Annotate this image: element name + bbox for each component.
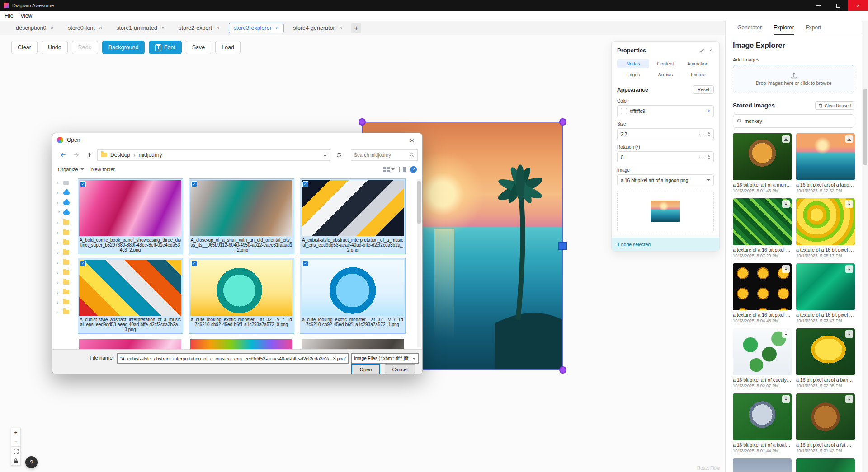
- menu-view[interactable]: View: [20, 13, 32, 19]
- tab-description0[interactable]: description0×: [11, 23, 59, 33]
- collapse-icon[interactable]: [708, 48, 714, 53]
- checkbox-checked-icon[interactable]: ✓: [80, 181, 86, 187]
- resize-handle-right[interactable]: [558, 242, 567, 250]
- rotation-stepper[interactable]: [708, 155, 710, 159]
- download-icon[interactable]: [845, 330, 853, 338]
- tab-nodes[interactable]: Nodes: [617, 59, 649, 68]
- scrollbar-thumb[interactable]: [863, 89, 867, 165]
- tab-animation[interactable]: Animation: [682, 59, 714, 68]
- up-button[interactable]: [84, 150, 94, 160]
- stored-image-card[interactable]: a texture of a 16 bit pixel art.png 10/1…: [733, 263, 792, 323]
- file-item[interactable]: ✓ A_close-up_of_a_snail_with_an_old_orie…: [189, 179, 294, 254]
- dialog-help-icon[interactable]: ?: [410, 166, 417, 173]
- size-stepper[interactable]: [708, 132, 710, 136]
- stored-image-card[interactable]: a 16 bit pixel art of a koala.png 10/13/…: [733, 393, 792, 453]
- download-icon[interactable]: [845, 395, 853, 403]
- address-bar[interactable]: Desktop › midjourny: [97, 149, 330, 161]
- add-tab-button[interactable]: +: [351, 23, 361, 33]
- file-item[interactable]: [78, 338, 183, 349]
- tab-store3-explorer[interactable]: store3-explorer×: [229, 23, 284, 33]
- background-button[interactable]: Background: [102, 41, 145, 54]
- file-type-select[interactable]: Image Files (*.xbm;*.tif;*.jfif;*.ic: [351, 353, 419, 364]
- stored-image-thumbnail[interactable]: [733, 458, 792, 472]
- stored-image-thumbnail[interactable]: [733, 393, 792, 440]
- tab-arrows[interactable]: Arrows: [649, 70, 681, 79]
- tab-texture[interactable]: Texture: [682, 70, 714, 79]
- preview-pane-button[interactable]: [399, 167, 406, 172]
- tree-item[interactable]: ›: [57, 257, 78, 267]
- reset-button[interactable]: Reset: [693, 85, 714, 94]
- rotation-input[interactable]: 0 ⋮⋮: [617, 151, 714, 163]
- checkbox-checked-icon[interactable]: ✓: [302, 261, 308, 266]
- stored-image-card[interactable]: a texture of a 16 bit pixel art.png 10/1…: [796, 198, 855, 258]
- save-button[interactable]: Save: [186, 41, 212, 54]
- tree-item[interactable]: ›: [57, 218, 78, 228]
- zoom-out-button[interactable]: −: [11, 437, 21, 447]
- resize-handle-top-left[interactable]: [359, 118, 366, 126]
- window-scrollbar[interactable]: [862, 21, 868, 472]
- tab-store1-animated[interactable]: store1-animated×: [111, 23, 170, 33]
- stored-image-thumbnail[interactable]: [796, 263, 855, 310]
- download-icon[interactable]: [782, 265, 790, 273]
- dialog-scrollbar[interactable]: [417, 179, 421, 347]
- stored-image-card[interactable]: a 16 bit pixel art of a monkey.png 10/13…: [733, 133, 792, 193]
- tree-item[interactable]: ›: [57, 238, 78, 248]
- download-icon[interactable]: [782, 200, 790, 208]
- stored-image-card[interactable]: a texture of a 16 bit pixel art.png 10/1…: [796, 263, 855, 323]
- stored-image-thumbnail[interactable]: [796, 328, 855, 375]
- file-item[interactable]: [300, 338, 405, 349]
- stored-search[interactable]: [733, 114, 854, 128]
- download-icon[interactable]: [845, 135, 853, 143]
- color-swatch[interactable]: [621, 108, 627, 114]
- file-item[interactable]: ✓ A_cubist-style_abstract_interpretation…: [78, 258, 183, 333]
- forward-button[interactable]: [71, 150, 81, 160]
- clear-color-icon[interactable]: ×: [707, 108, 710, 114]
- file-item[interactable]: ✓ A_bold_comic_book_panel_showcasing_thr…: [78, 179, 183, 254]
- stored-image-thumbnail[interactable]: [796, 458, 855, 472]
- checkbox-checked-icon[interactable]: ✓: [191, 261, 197, 266]
- minimize-button[interactable]: [808, 0, 828, 11]
- menu-file[interactable]: File: [5, 13, 13, 19]
- back-button[interactable]: [58, 150, 68, 160]
- dialog-search-input[interactable]: [354, 152, 408, 158]
- stored-search-input[interactable]: [745, 118, 850, 124]
- breadcrumb-midjourny[interactable]: midjourny: [138, 152, 162, 158]
- tab-store4-generator[interactable]: store4-generator×: [288, 23, 347, 33]
- tab-store2-export[interactable]: store2-export×: [174, 23, 224, 33]
- stored-image-card[interactable]: [796, 458, 855, 472]
- clear-unused-button[interactable]: Clear Unused: [815, 101, 854, 110]
- clear-button[interactable]: Clear: [11, 41, 38, 54]
- drag-handle-icon[interactable]: ⋮⋮: [698, 132, 705, 136]
- image-dropzone[interactable]: Drop images here or click to browse: [733, 65, 854, 93]
- scrollbar-thumb[interactable]: [417, 181, 421, 224]
- download-icon[interactable]: [782, 135, 790, 143]
- tree-item[interactable]: ›: [57, 287, 78, 297]
- stored-image-card[interactable]: a texture of a 16 bit pixel art.png 10/1…: [733, 198, 792, 258]
- maximize-button[interactable]: [828, 0, 848, 11]
- tab-edges[interactable]: Edges: [617, 70, 649, 79]
- dialog-close-button[interactable]: ×: [402, 133, 422, 147]
- load-button[interactable]: Load: [215, 41, 241, 54]
- file-item[interactable]: ✓ a_cute_looking_exotic_monster_--ar_32_…: [189, 258, 294, 333]
- tab-close-icon[interactable]: ×: [99, 25, 103, 31]
- stored-image-card[interactable]: [733, 458, 792, 472]
- stored-image-thumbnail[interactable]: [733, 328, 792, 375]
- resize-handle-bottom-right[interactable]: [559, 366, 566, 374]
- tree-item[interactable]: ›: [57, 208, 78, 218]
- stored-image-thumbnail[interactable]: [796, 393, 855, 440]
- file-item[interactable]: ✓ a_cute_looking_exotic_monster_--ar_32_…: [300, 258, 405, 333]
- image-select[interactable]: a 16 bit pixel art of a lagoon.png: [617, 174, 714, 186]
- tree-item[interactable]: ›: [57, 188, 78, 198]
- undo-button[interactable]: Undo: [42, 41, 68, 54]
- color-input[interactable]: #ffffffd9 ×: [617, 105, 714, 117]
- size-input[interactable]: 2.7 ⋮⋮: [617, 128, 714, 140]
- checkbox-checked-icon[interactable]: ✓: [80, 261, 86, 266]
- close-button[interactable]: ×: [848, 0, 868, 11]
- file-item[interactable]: ✓ A_cubist-style_abstract_interpretation…: [300, 179, 405, 254]
- checkbox-checked-icon[interactable]: ✓: [302, 181, 308, 187]
- redo-button[interactable]: Redo: [72, 41, 98, 54]
- edit-icon[interactable]: [699, 48, 705, 53]
- tab-close-icon[interactable]: ×: [50, 25, 54, 31]
- address-dropdown-icon[interactable]: [323, 152, 327, 158]
- download-icon[interactable]: [845, 265, 853, 273]
